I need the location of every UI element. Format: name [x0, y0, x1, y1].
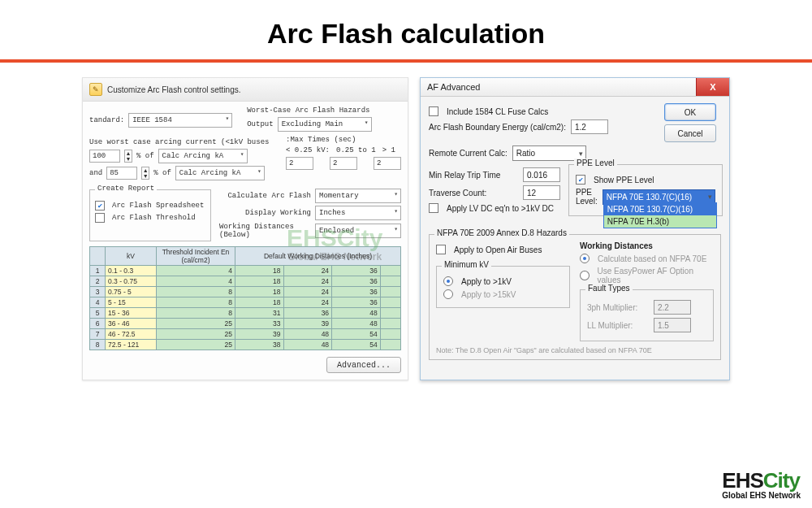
- table-row: 30.75 - 58182436: [90, 287, 401, 297]
- ft-ll-field: 1.5: [654, 318, 691, 332]
- apply-15kv-label: Apply to >15kV: [461, 290, 516, 299]
- ppe-level-label: PPE Level:: [576, 188, 598, 206]
- output-label: Output: [247, 120, 273, 128]
- apply-open-air-checkbox[interactable]: [436, 245, 446, 254]
- display-working-label: Display Working: [245, 209, 311, 217]
- table-row: 746 - 72.525394854: [90, 329, 401, 340]
- table-row: 45 - 158182436: [90, 297, 401, 308]
- footer-logo: EHSCity Global EHS Network: [722, 470, 801, 500]
- spinner-icon[interactable]: ▲▼: [124, 150, 132, 163]
- settings-icon: ✎: [89, 83, 102, 96]
- wd-below-label: Working Distances (Below): [219, 223, 311, 239]
- traverse-label: Traverse Count:: [429, 189, 518, 198]
- spreadsheet-checkbox[interactable]: [95, 201, 105, 211]
- min-relay-label: Min Relay Trip Time: [429, 171, 518, 180]
- pct-of-label-2: % of: [153, 169, 171, 177]
- table-row: 872.5 - 12125384854: [90, 340, 401, 350]
- ft-3ph-field: 2.2: [654, 300, 691, 315]
- lt025-label: < 0.25 kV:: [286, 146, 330, 154]
- spreadsheet-label: Arc Flash Spreadsheet: [112, 202, 204, 210]
- af-advanced-panel: AF Advanced X Include 1584 CL Fuse Calcs…: [420, 77, 730, 380]
- fault-types-legend: Fault Types: [585, 284, 633, 293]
- wd-below-select[interactable]: Enclosed: [315, 224, 401, 238]
- gt1-label: > 1: [382, 146, 395, 154]
- threshold-checkbox[interactable]: [95, 213, 105, 223]
- ppe-option-h3b[interactable]: NFPA 70E H.3(b): [604, 215, 716, 228]
- remote-label: Remote Current Calc:: [429, 149, 508, 158]
- wd-legend: Working Distances: [580, 241, 714, 250]
- table-row: 636 - 4625333948: [90, 319, 401, 329]
- pct-of-label-1: % of: [136, 152, 154, 160]
- calc-arcing-select-2[interactable]: Calc Arcing kA: [175, 166, 265, 180]
- maxtime-c-field[interactable]: 2: [374, 157, 401, 170]
- show-ppe-label: Show PPE Level: [594, 176, 654, 185]
- display-working-select[interactable]: Inches: [315, 206, 401, 220]
- include-1584-label: Include 1584 CL Fuse Calcs: [447, 107, 548, 116]
- output-select[interactable]: Excluding Main: [278, 117, 372, 132]
- threshold-table: kV Threshold Incident En (cal/cm2) Defau…: [89, 246, 401, 350]
- title-underline: [0, 59, 812, 63]
- ft-ll-label: LL Multiplier:: [587, 321, 649, 330]
- d8-note: Note: The D.8 Open Air "Gaps" are calcul…: [436, 346, 714, 354]
- wd-easypower-label: Use EasyPower AF Option values: [598, 267, 714, 284]
- af-advanced-title: AF Advanced: [427, 82, 480, 92]
- wd-calc-radio[interactable]: [580, 254, 590, 263]
- apply-1kv-label: Apply to >1kV: [461, 277, 512, 286]
- customize-panel-header: ✎ Customize Arc Flash control settings.: [83, 78, 408, 102]
- ppe-group-legend: PPE Level: [574, 158, 617, 167]
- min-kv-legend: Minimum kV: [442, 260, 491, 269]
- worstcase-heading: Worst-Case Arc Flash Hazards: [247, 106, 371, 115]
- th-threshold: Threshold Incident En (cal/cm2): [157, 247, 235, 266]
- standard-select[interactable]: IEEE 1584: [128, 113, 232, 128]
- maxtime-b-field[interactable]: 2: [330, 157, 357, 170]
- calc-af-label: Calculate Arc Flash: [227, 192, 311, 200]
- customize-panel: ✎ Customize Arc Flash control settings. …: [82, 77, 408, 380]
- use-worstcase-label: Use worst case arcing current (<1kV buse…: [89, 138, 269, 146]
- table-row: 20.3 - 0.754182436: [90, 276, 401, 287]
- table-row: 515 - 368313648: [90, 308, 401, 319]
- wd-easypower-radio[interactable]: [580, 271, 590, 280]
- threshold-label: Arc Flash Threshold: [112, 214, 196, 222]
- advanced-button[interactable]: Advanced...: [326, 357, 401, 373]
- spinner-icon[interactable]: ▲▼: [141, 167, 149, 180]
- afb-field[interactable]: 1.2: [571, 119, 608, 134]
- traverse-field[interactable]: 12: [523, 185, 560, 200]
- wd-calc-label: Calculate based on NFPA 70E: [598, 254, 706, 263]
- apply-15kv-radio[interactable]: [443, 289, 453, 299]
- range025-label: 0.25 to 1: [336, 146, 376, 154]
- max-times-label: :Max Times (sec): [286, 136, 401, 144]
- and-label: and: [89, 169, 102, 177]
- ft-3ph-label: 3ph Multiplier:: [587, 303, 649, 312]
- page-title: Arc Flash calculation: [0, 18, 812, 50]
- annex-d8-legend: NFPA 70E 2009 Annex D.8 Hazards: [434, 228, 569, 237]
- min-relay-field[interactable]: 0.016: [523, 167, 560, 182]
- include-1584-checkbox[interactable]: [429, 106, 438, 116]
- th-blank: [90, 247, 106, 266]
- cancel-button[interactable]: Cancel: [664, 124, 716, 142]
- ok-button[interactable]: OK: [664, 103, 716, 121]
- calc-af-select[interactable]: Momentary: [315, 189, 401, 203]
- customize-panel-title: Customize Arc Flash control settings.: [107, 85, 241, 94]
- create-report-legend: Create Report: [95, 185, 157, 193]
- pct-85-field[interactable]: 85: [106, 167, 137, 180]
- table-row: 10.1 - 0.34182436: [90, 266, 401, 276]
- show-ppe-checkbox[interactable]: [576, 175, 585, 185]
- ppe-level-options: NFPA 70E 130.7(C)(16) NFPA 70E H.3(b): [603, 202, 717, 228]
- pct-100-field[interactable]: 100: [89, 150, 120, 163]
- apply-open-air-label: Apply to Open Air Buses: [454, 245, 542, 254]
- apply-lv-checkbox[interactable]: [429, 203, 438, 213]
- ppe-option-130-7[interactable]: NFPA 70E 130.7(C)(16): [604, 203, 716, 215]
- maxtime-a-field[interactable]: 2: [286, 157, 313, 170]
- standard-label: tandard:: [89, 116, 124, 124]
- apply-1kv-radio[interactable]: [443, 276, 453, 286]
- calc-arcing-select-1[interactable]: Calc Arcing kA: [158, 149, 248, 163]
- apply-lv-label: Apply LV DC eq'n to >1kV DC: [447, 204, 554, 213]
- close-button[interactable]: X: [696, 78, 729, 96]
- af-advanced-titlebar: AF Advanced X: [421, 78, 729, 97]
- th-kv: kV: [106, 247, 157, 266]
- th-wd: Default Working Distances (Inches): [235, 247, 401, 266]
- afb-label: Arc Flash Boundary Energy (cal/cm2):: [429, 123, 566, 132]
